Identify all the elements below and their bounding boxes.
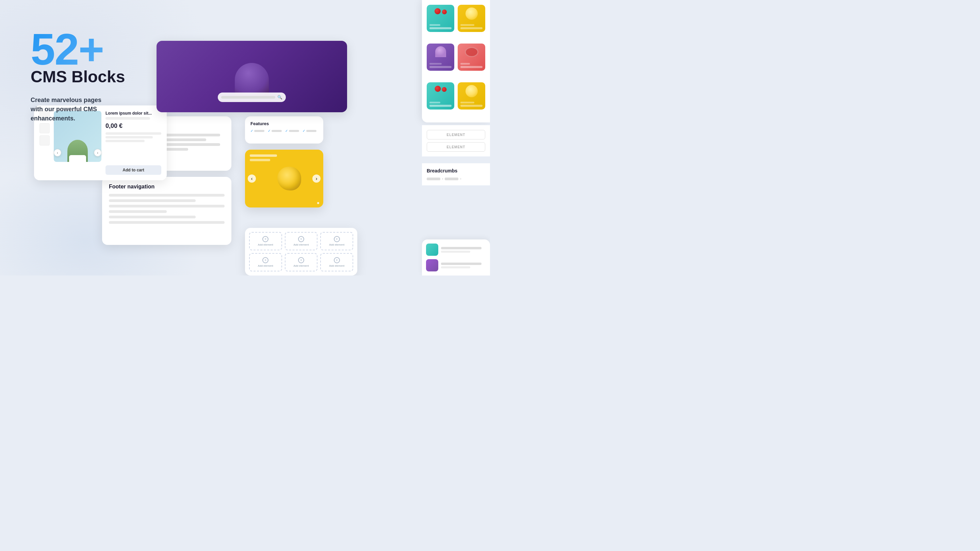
footer-line-2 xyxy=(109,199,196,202)
product-price: 0,00 € xyxy=(105,122,161,130)
search-bar-overlay[interactable]: 🔍 xyxy=(218,92,286,102)
footer-line-4 xyxy=(109,210,167,213)
product-bar-2 xyxy=(105,136,153,138)
check-item-4: ✓ xyxy=(302,129,317,133)
check-item-1: ✓ xyxy=(250,129,264,133)
search-hero-image: 🔍 xyxy=(156,41,347,112)
add-element-icon-2: + xyxy=(298,236,304,242)
product-list-info-2 xyxy=(441,263,486,268)
check-icon-2: ✓ xyxy=(268,129,270,133)
grid-bar-3 xyxy=(430,66,452,68)
add-element-icon-5: + xyxy=(298,257,304,263)
breadcrumb-row: › › xyxy=(427,177,485,181)
breadcrumbs-title: Breadcrumbs xyxy=(427,168,485,173)
grid-bar-1 xyxy=(430,27,452,29)
prev-arrow[interactable]: ‹ xyxy=(54,149,61,156)
breadcrumb-item-1 xyxy=(427,178,440,180)
grid-bar-sm-1 xyxy=(430,24,440,26)
card-search-hero: 🔍 xyxy=(156,41,347,112)
footer-nav-title: Footer navigation xyxy=(109,184,224,190)
cherry-decoration-1 xyxy=(434,8,447,14)
slider-line-1 xyxy=(250,154,277,157)
grid-item-teal-2 xyxy=(427,82,454,110)
grid-bar-sm-2 xyxy=(460,24,474,26)
grid-bar-sm-4 xyxy=(460,63,470,65)
grid-bar-4 xyxy=(460,66,482,68)
add-element-icon-3: + xyxy=(334,236,340,242)
add-element-label-5: Add element xyxy=(294,264,309,267)
search-icon: 🔍 xyxy=(277,95,282,100)
product-list-bar-1a xyxy=(441,247,482,249)
add-element-box-6[interactable]: + Add element xyxy=(320,253,353,272)
card-slider: ‹ › xyxy=(245,150,323,208)
check-bar-4 xyxy=(306,130,317,132)
hero-description: Create marvelous pageswith our powerful … xyxy=(30,95,125,123)
product-thumb-2[interactable] xyxy=(40,123,50,133)
cherry-decoration-2 xyxy=(434,86,447,92)
card-footer-nav: Footer navigation xyxy=(102,177,231,245)
grid-item-teal xyxy=(427,5,454,32)
check-bar-3 xyxy=(289,130,299,132)
footer-line-1 xyxy=(109,194,224,197)
product-list-bar-1b xyxy=(441,251,470,253)
add-element-label-4: Add element xyxy=(258,264,273,267)
slider-prev-button[interactable]: ‹ xyxy=(248,175,256,183)
product-thumb-3[interactable] xyxy=(40,135,50,146)
footer-line-5 xyxy=(109,216,196,218)
next-arrow[interactable]: › xyxy=(94,149,102,156)
add-element-box-1[interactable]: + Add element xyxy=(249,232,282,250)
check-icon-3: ✓ xyxy=(285,129,288,133)
card-product-list xyxy=(422,240,490,275)
slider-line-2 xyxy=(250,159,270,161)
slider-next-button[interactable]: › xyxy=(312,175,321,183)
product-bar-3 xyxy=(105,140,145,142)
add-element-icon-6: + xyxy=(334,257,340,263)
slider-dot xyxy=(317,202,319,204)
grid-item-red xyxy=(458,43,485,71)
footer-line-3 xyxy=(109,205,224,208)
check-icon-4: ✓ xyxy=(302,129,305,133)
add-element-label-6: Add element xyxy=(329,264,344,267)
icecream-grid-decoration xyxy=(435,46,446,57)
features-checks: ✓ ✓ ✓ ✓ xyxy=(250,129,318,133)
lemon-grid-decoration-2 xyxy=(466,85,478,97)
card-elements: ELEMENT ELEMENT xyxy=(422,125,490,156)
element-row-2: ELEMENT xyxy=(427,142,485,152)
product-list-thumb-2 xyxy=(426,259,438,272)
slider-text-lines xyxy=(250,154,277,161)
slider-content: ‹ › xyxy=(245,150,323,208)
grid-bar-2 xyxy=(460,27,482,29)
add-element-box-2[interactable]: + Add element xyxy=(285,232,318,250)
add-element-box-5[interactable]: + Add element xyxy=(285,253,318,272)
product-list-bar-2b xyxy=(441,266,470,268)
icecream-decoration xyxy=(235,63,269,97)
card-product-grid xyxy=(422,0,490,122)
card-breadcrumbs: Breadcrumbs › › xyxy=(422,163,490,185)
breadcrumb-chevron-1: › xyxy=(442,177,443,181)
hero-section: 52+ CMS Blocks Create marvelous pageswit… xyxy=(30,27,125,123)
grid-bar-5 xyxy=(430,105,452,107)
add-element-label-2: Add element xyxy=(294,243,309,246)
breadcrumb-item-2 xyxy=(445,178,458,180)
lemon-grid-decoration xyxy=(466,8,478,20)
check-bar-2 xyxy=(272,130,282,132)
hero-number: 52+ xyxy=(30,27,125,71)
grid-bar-sm-3 xyxy=(430,63,442,65)
grid-bar-sm-6 xyxy=(460,102,474,103)
add-element-box-3[interactable]: + Add element xyxy=(320,232,353,250)
add-to-cart-button[interactable]: Add to cart xyxy=(105,165,161,175)
search-input-bar xyxy=(221,96,275,98)
grid-bar-sm-5 xyxy=(430,102,440,103)
check-icon-1: ✓ xyxy=(250,129,253,133)
product-list-bar-2a xyxy=(441,263,482,265)
element-label-2: ELEMENT xyxy=(447,145,466,149)
product-list-thumb-1 xyxy=(426,243,438,256)
add-element-label-3: Add element xyxy=(329,243,344,246)
breadcrumb-chevron-2: › xyxy=(460,177,461,181)
add-element-icon-4: + xyxy=(262,257,269,263)
grid-item-purple xyxy=(427,43,454,71)
add-element-box-4[interactable]: + Add element xyxy=(249,253,282,272)
footer-line-6 xyxy=(109,221,224,224)
hero-title: CMS Blocks xyxy=(30,68,125,86)
check-item-3: ✓ xyxy=(285,129,299,133)
